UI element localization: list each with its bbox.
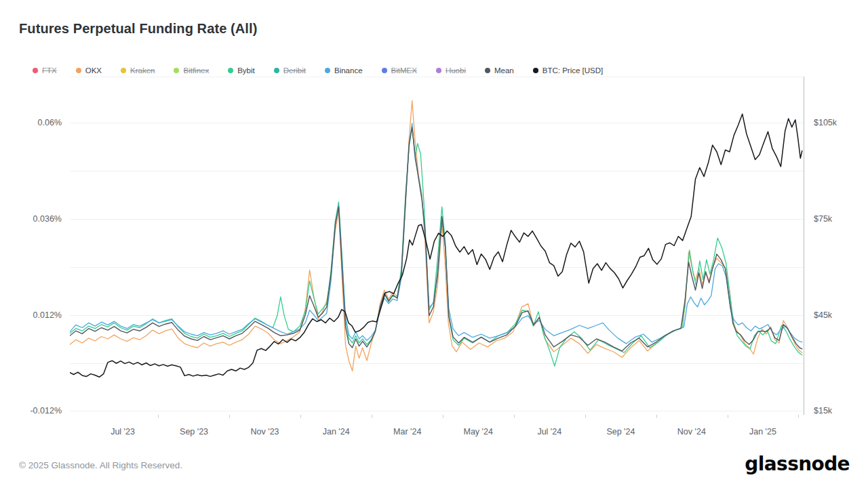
legend-dot <box>33 68 38 73</box>
legend-item-label: OKX <box>85 66 102 75</box>
glassnode-chart-page: Futures Perpetual Funding Rate (All) FTX… <box>0 0 868 488</box>
x-axis-tick-label: Mar '24 <box>393 426 421 437</box>
legend-item-deribit[interactable]: Deribit <box>274 66 306 75</box>
x-axis-tick-label: Jul '24 <box>537 426 561 437</box>
x-axis-tick-label: Nov '23 <box>251 426 279 437</box>
legend-item-label: Huobi <box>446 66 466 75</box>
legend-item-kraken[interactable]: Kraken <box>121 66 155 75</box>
legend-item-btc-price-usd[interactable]: BTC: Price [USD] <box>533 66 603 75</box>
legend-dot <box>436 68 441 73</box>
legend-item-bitfinex[interactable]: Bitfinex <box>174 66 209 75</box>
legend-dot <box>382 68 387 73</box>
x-axis-tick-label: Jan '25 <box>749 426 776 437</box>
legend-item-binance[interactable]: Binance <box>325 66 363 75</box>
y-axis-left-tick-label: 0.012% <box>13 310 62 321</box>
page-title: Futures Perpetual Funding Rate (All) <box>19 21 257 37</box>
y-axis-left-tick-label: 0.036% <box>13 214 62 224</box>
legend-item-label: BitMEX <box>391 66 417 75</box>
legend-dot <box>76 68 81 73</box>
legend-item-label: Kraken <box>130 66 155 75</box>
legend-item-huobi[interactable]: Huobi <box>436 66 466 75</box>
y-axis-right-tick-label: $15k <box>814 405 832 416</box>
legend-item-label: FTX <box>42 66 57 75</box>
legend-item-label: Binance <box>334 66 363 75</box>
legend-dot <box>485 68 490 73</box>
x-axis-tick-label: May '24 <box>464 426 493 437</box>
legend-item-label: Deribit <box>283 66 306 75</box>
legend-item-label: Bybit <box>237 66 255 75</box>
legend-dot <box>228 68 233 73</box>
x-axis-tick-label: Sep '23 <box>180 426 208 437</box>
x-axis-tick-label: Jan '24 <box>323 426 350 437</box>
legend-dot <box>325 68 330 73</box>
series-bybit <box>70 126 802 367</box>
legend-item-mean[interactable]: Mean <box>485 66 514 75</box>
legend-dot <box>121 68 126 73</box>
legend-item-okx[interactable]: OKX <box>76 66 102 75</box>
x-axis-tick-label: Nov '24 <box>677 426 706 437</box>
legend-item-ftx[interactable]: FTX <box>33 66 57 75</box>
glassnode-logo: glassnode <box>745 453 850 475</box>
x-axis-tick-label: Jul '23 <box>111 426 135 437</box>
chart-svg <box>0 75 868 444</box>
legend-item-label: Bitfinex <box>183 66 209 75</box>
legend-item-bybit[interactable]: Bybit <box>228 66 255 75</box>
legend: FTXOKXKrakenBitfinexBybitDeribitBinanceB… <box>33 66 603 75</box>
chart-plot-area[interactable]: 0.06%0.036%0.012%-0.012%$105k$75k$45k$15… <box>0 75 868 444</box>
y-axis-right-tick-label: $75k <box>814 214 832 224</box>
legend-dot <box>274 68 279 73</box>
y-axis-right-tick-label: $105k <box>814 117 837 128</box>
series-okx <box>70 101 802 371</box>
x-axis-tick-label: Sep '24 <box>606 426 635 437</box>
series-binance <box>70 123 802 344</box>
legend-item-label: Mean <box>494 66 514 75</box>
legend-item-label: BTC: Price [USD] <box>542 66 603 75</box>
y-axis-right-tick-label: $45k <box>814 310 832 321</box>
series-mean <box>70 127 802 351</box>
series-group <box>70 101 802 378</box>
y-axis-left-tick-label: -0.012% <box>13 405 62 416</box>
legend-item-bitmex[interactable]: BitMEX <box>382 66 417 75</box>
series-btc-price-usd <box>70 114 802 377</box>
legend-dot <box>533 68 538 73</box>
legend-dot <box>174 68 179 73</box>
y-axis-left-tick-label: 0.06% <box>13 117 62 128</box>
copyright-text: © 2025 Glassnode. All Rights Reserved. <box>19 460 182 470</box>
